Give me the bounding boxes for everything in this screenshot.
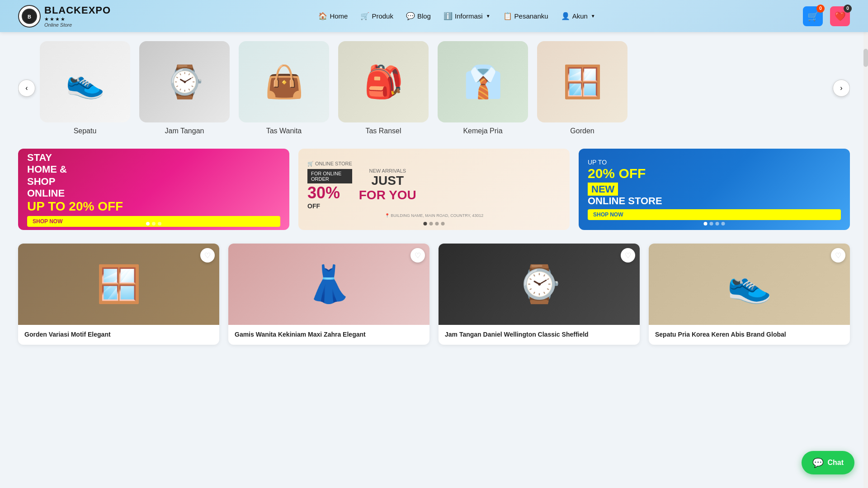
wishlist-badge: 0: [844, 5, 852, 13]
dot: [710, 222, 713, 225]
chat-label: Chat: [827, 459, 844, 467]
category-label-sepatu: Sepatu: [74, 127, 97, 135]
banner1-headline: STAYHOME &SHOPONLINE: [27, 152, 280, 200]
logo-stars: ★★★★: [44, 16, 66, 22]
dot: [152, 222, 156, 225]
category-item-sepatu[interactable]: 👟 Sepatu: [40, 41, 130, 135]
logo-area: B BLACKEXPO ★★★★ Online Store: [18, 5, 111, 28]
category-label-tas-ransel: Tas Ransel: [365, 127, 401, 135]
category-img-gorden: 🪟: [537, 41, 627, 122]
banner3-upto: UP TO: [588, 159, 841, 166]
wishlist-heart-gorden-1[interactable]: ♡: [200, 248, 215, 263]
product-card-gamis-1[interactable]: 👗 ♡ Gamis Wanita Kekiniam Maxi Zahra Ele…: [228, 244, 429, 345]
carousel-prev-button[interactable]: ‹: [18, 80, 35, 97]
category-item-tas-ransel[interactable]: 🎒 Tas Ransel: [338, 41, 429, 135]
main-content: ‹ 👟 Sepatu ⌚ Jam Tangan 👜 Tas Wanita 🎒 T…: [0, 32, 868, 354]
dot: [716, 222, 719, 225]
scrollbar-thumb[interactable]: [863, 49, 868, 67]
wishlist-heart-gamis-1[interactable]: ♡: [410, 248, 425, 263]
product-card-sepatu-1[interactable]: 👟 ♡ Sepatu Pria Korea Keren Abis Brand G…: [649, 244, 850, 345]
wishlist-heart-sepatu-1[interactable]: ♡: [831, 248, 845, 263]
banner3-new-label: NEW: [588, 183, 618, 196]
product-name-gamis-1: Gamis Wanita Kekiniam Maxi Zahra Elegant: [235, 330, 423, 339]
banner-just-for-you[interactable]: 🛒 ONLINE STORE FOR ONLINEORDER 30% OFF N…: [298, 149, 570, 230]
dot: [429, 222, 433, 225]
product-grid: 🪟 ♡ Gorden Variasi Motif Elegant 👗 ♡ Gam…: [18, 244, 850, 345]
informasi-icon: ℹ️: [443, 12, 453, 20]
header-right: 🛒 0 ❤️ 0: [803, 6, 850, 26]
category-img-jam-tangan: ⌚: [139, 41, 230, 122]
chat-icon: 💬: [812, 457, 824, 468]
product-name-jam-1: Jam Tangan Daniel Wellington Classic She…: [445, 330, 633, 339]
banner2-online: 🛒 ONLINE STORE: [307, 161, 352, 167]
banner2-content: 🛒 ONLINE STORE FOR ONLINEORDER 30% OFF N…: [298, 149, 570, 230]
cart-button[interactable]: 🛒 0: [803, 6, 823, 26]
category-carousel: ‹ 👟 Sepatu ⌚ Jam Tangan 👜 Tas Wanita 🎒 T…: [18, 41, 850, 135]
nav-blog[interactable]: 💬 Blog: [406, 12, 431, 20]
banner-new-online-store[interactable]: UP TO 20% OFF NEW ONLINE STORE SHOP NOW: [579, 149, 850, 230]
banner3-dots: [704, 222, 725, 225]
logo-text: BLACKEXPO ★★★★ Online Store: [44, 5, 111, 28]
pesananku-icon: 📋: [503, 12, 512, 20]
carousel-items: 👟 Sepatu ⌚ Jam Tangan 👜 Tas Wanita 🎒 Tas…: [40, 41, 828, 135]
category-item-gorden[interactable]: 🪟 Gorden: [537, 41, 627, 135]
category-item-kemeja-pria[interactable]: 👔 Kemeja Pria: [438, 41, 528, 135]
informasi-arrow: ▼: [486, 14, 491, 19]
banner2-just: JUST: [359, 174, 416, 188]
product-info-sepatu-1: Sepatu Pria Korea Keren Abis Brand Globa…: [649, 325, 850, 345]
banner3-discount: 20% OFF: [588, 166, 841, 181]
category-label-gorden: Gorden: [570, 127, 594, 135]
banner2-for-online: FOR ONLINEORDER: [307, 169, 352, 183]
category-img-tas-wanita: 👜: [239, 41, 329, 122]
category-label-jam-tangan: Jam Tangan: [165, 127, 204, 135]
product-name-gorden-1: Gorden Variasi Motif Elegant: [24, 330, 213, 339]
dot: [722, 222, 725, 225]
banner2-new-arrivals: NEW ARRIVALS: [359, 168, 416, 174]
akun-arrow: ▼: [591, 14, 595, 19]
category-img-kemeja-pria: 👔: [438, 41, 528, 122]
logo-icon: B: [18, 5, 41, 28]
wishlist-button[interactable]: ❤️ 0: [830, 6, 850, 26]
nav-home[interactable]: 🏠 Home: [318, 12, 348, 20]
main-nav: 🏠 Home 🛒 Produk 💬 Blog ℹ️ Informasi ▼ 📋 …: [318, 12, 595, 20]
category-item-jam-tangan[interactable]: ⌚ Jam Tangan: [139, 41, 230, 135]
wishlist-icon: ❤️: [835, 11, 846, 22]
banner3-store: ONLINE STORE: [588, 195, 662, 206]
svg-text:B: B: [28, 14, 31, 19]
banner3-cta[interactable]: SHOP NOW: [588, 209, 841, 220]
scrollbar-track: [863, 0, 868, 488]
akun-icon: 👤: [561, 12, 570, 20]
banner2-for-you: FOR YOU: [359, 188, 416, 202]
blog-icon: 💬: [406, 12, 415, 20]
banner3-content: UP TO 20% OFF NEW ONLINE STORE SHOP NOW: [579, 149, 850, 230]
category-label-kemeja-pria: Kemeja Pria: [463, 127, 502, 135]
banner2-dots: [424, 222, 445, 225]
product-img-gamis-1: 👗 ♡: [228, 244, 429, 325]
dot: [441, 222, 445, 225]
dot: [146, 222, 150, 225]
product-info-jam-1: Jam Tangan Daniel Wellington Classic She…: [439, 325, 640, 345]
cart-icon: 🛒: [807, 11, 819, 22]
banners-section: STAYHOME &SHOPONLINE UP TO 20% OFF SHOP …: [18, 149, 850, 230]
carousel-next-button[interactable]: ›: [833, 80, 850, 97]
dot: [435, 222, 439, 225]
nav-akun[interactable]: 👤 Akun ▼: [561, 12, 595, 20]
product-card-jam-1[interactable]: ⌚ ♡ Jam Tangan Daniel Wellington Classic…: [439, 244, 640, 345]
nav-pesananku[interactable]: 📋 Pesananku: [503, 12, 548, 20]
product-info-gorden-1: Gorden Variasi Motif Elegant: [18, 325, 219, 345]
nav-produk[interactable]: 🛒 Produk: [360, 12, 393, 20]
wishlist-heart-jam-1[interactable]: ♡: [621, 248, 635, 263]
category-item-tas-wanita[interactable]: 👜 Tas Wanita: [239, 41, 329, 135]
product-img-gorden-1: 🪟 ♡: [18, 244, 219, 325]
chat-button[interactable]: 💬 Chat: [802, 451, 854, 474]
banner2-address: 📍 BUILDING NAME, MAIN ROAD, COUNTRY, 430…: [307, 213, 561, 218]
banner1-discount: UP TO 20% OFF: [27, 199, 280, 214]
product-img-jam-1: ⌚ ♡: [439, 244, 640, 325]
banner-stay-home[interactable]: STAYHOME &SHOPONLINE UP TO 20% OFF SHOP …: [18, 149, 289, 230]
nav-informasi[interactable]: ℹ️ Informasi ▼: [443, 12, 491, 20]
banner1-content: STAYHOME &SHOPONLINE UP TO 20% OFF SHOP …: [18, 149, 289, 230]
dot: [704, 222, 708, 225]
product-img-sepatu-1: 👟 ♡: [649, 244, 850, 325]
product-info-gamis-1: Gamis Wanita Kekiniam Maxi Zahra Elegant: [228, 325, 429, 345]
product-card-gorden-1[interactable]: 🪟 ♡ Gorden Variasi Motif Elegant: [18, 244, 219, 345]
